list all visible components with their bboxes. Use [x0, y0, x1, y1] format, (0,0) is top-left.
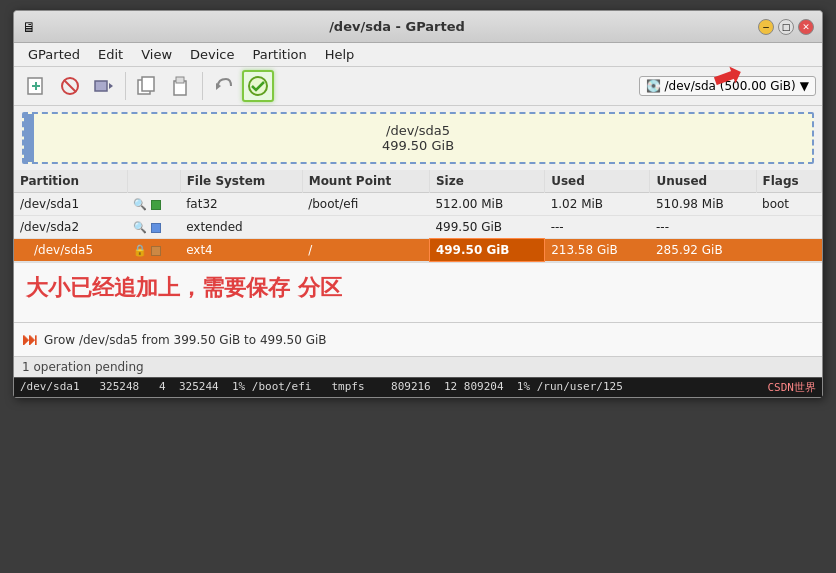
cell-used: --- [545, 216, 650, 239]
cell-fs: extended [180, 216, 302, 239]
operations-log: ⏭ Grow /dev/sda5 from 399.50 GiB to 499.… [14, 322, 822, 356]
menu-edit[interactable]: Edit [90, 45, 131, 64]
cell-lock: 🔍 [127, 193, 180, 216]
col-filesystem: File System [180, 170, 302, 193]
toolbar-separator-2 [202, 72, 203, 100]
cell-flags [756, 239, 821, 262]
titlebar-controls: − □ ✕ [758, 19, 814, 35]
apply-button[interactable] [242, 70, 274, 102]
resize-button[interactable] [88, 70, 120, 102]
partition-label-name: /dev/sda5 [382, 123, 454, 138]
col-used: Used [545, 170, 650, 193]
device-label: /dev/sda (500.00 GiB) [665, 79, 796, 93]
col-unused: Unused [650, 170, 756, 193]
cell-flags: boot [756, 193, 821, 216]
cell-mount: / [302, 239, 429, 262]
menu-help[interactable]: Help [317, 45, 363, 64]
terminal-strip: /dev/sda1 325248 4 325244 1% /boot/efi t… [14, 377, 822, 397]
copy-button[interactable] [131, 70, 163, 102]
minimize-button[interactable]: − [758, 19, 774, 35]
cell-fs: fat32 [180, 193, 302, 216]
partition-label: /dev/sda5 499.50 GiB [382, 123, 454, 153]
cell-size: 499.50 GiB [429, 216, 544, 239]
cell-unused: 510.98 MiB [650, 193, 756, 216]
info-text: 大小已经追加上，需要保存 分区 [26, 275, 342, 300]
main-window: 🖥 /dev/sda - GParted − □ ✕ GParted Edit … [13, 10, 823, 398]
menu-view[interactable]: View [133, 45, 180, 64]
cell-used: 1.02 MiB [545, 193, 650, 216]
cell-flags [756, 216, 821, 239]
cell-name: /dev/sda2 [14, 216, 127, 239]
cell-size: 499.50 GiB [429, 239, 544, 262]
svg-rect-8 [142, 77, 154, 91]
device-dropdown-icon: ▼ [800, 79, 809, 93]
col-flags: Flags [756, 170, 821, 193]
partition-bar-left [24, 114, 34, 162]
maximize-button[interactable]: □ [778, 19, 794, 35]
partition-table-container: Partition File System Mount Point Size U… [14, 170, 822, 262]
ops-log-text-1: Grow /dev/sda5 from 399.50 GiB to 499.50… [44, 333, 327, 347]
info-area: 大小已经追加上，需要保存 分区 [14, 262, 822, 322]
cell-lock: 🔍 [127, 216, 180, 239]
partition-label-size: 499.50 GiB [382, 138, 454, 153]
col-mountpoint: Mount Point [302, 170, 429, 193]
svg-marker-6 [109, 83, 113, 89]
cell-mount: /boot/efi [302, 193, 429, 216]
col-partition: Partition [14, 170, 127, 193]
delete-button[interactable] [54, 70, 86, 102]
titlebar-left: 🖥 [22, 19, 36, 35]
svg-line-4 [64, 80, 76, 92]
toolbar-wrapper: 💽 /dev/sda (500.00 GiB) ▼ ➡ [14, 67, 822, 106]
status-text: 1 operation pending [22, 360, 144, 374]
toolbar: 💽 /dev/sda (500.00 GiB) ▼ [14, 67, 822, 106]
cell-used: 213.58 GiB [545, 239, 650, 262]
table-row[interactable]: /dev/sda1🔍 fat32/boot/efi512.00 MiB1.02 … [14, 193, 822, 216]
terminal-branding: CSDN世界 [768, 380, 817, 395]
statusbar: 1 operation pending [14, 356, 822, 377]
cell-name: /dev/sda5 [14, 239, 127, 262]
col-icons [127, 170, 180, 193]
menu-gparted[interactable]: GParted [20, 45, 88, 64]
window-title: /dev/sda - GParted [36, 19, 758, 34]
titlebar: 🖥 /dev/sda - GParted − □ ✕ [14, 11, 822, 43]
new-button[interactable] [20, 70, 52, 102]
ops-log-item-1: ⏭ Grow /dev/sda5 from 399.50 GiB to 499.… [22, 327, 814, 352]
table-row[interactable]: /dev/sda2🔍 extended499.50 GiB------ [14, 216, 822, 239]
cell-mount [302, 216, 429, 239]
cell-unused: 285.92 GiB [650, 239, 756, 262]
cell-fs: ext4 [180, 239, 302, 262]
cell-lock: 🔒 [127, 239, 180, 262]
partition-visual: /dev/sda5 499.50 GiB [22, 112, 814, 164]
menu-device[interactable]: Device [182, 45, 242, 64]
device-icon: 💽 [646, 79, 661, 93]
svg-point-12 [249, 77, 267, 95]
col-size: Size [429, 170, 544, 193]
device-selector[interactable]: 💽 /dev/sda (500.00 GiB) ▼ [639, 76, 817, 96]
cell-name: /dev/sda1 [14, 193, 127, 216]
terminal-row-1: /dev/sda1 325248 4 325244 1% /boot/efi [20, 380, 311, 395]
table-row[interactable]: /dev/sda5🔒 ext4/499.50 GiB213.58 GiB285.… [14, 239, 822, 262]
paste-button[interactable] [165, 70, 197, 102]
partition-table: Partition File System Mount Point Size U… [14, 170, 822, 262]
terminal-row-2: tmpfs 809216 12 809204 1% /run/user/125 [331, 380, 622, 395]
cell-size: 512.00 MiB [429, 193, 544, 216]
svg-rect-5 [95, 81, 107, 91]
undo-button[interactable] [208, 70, 240, 102]
toolbar-separator-1 [125, 72, 126, 100]
menubar: GParted Edit View Device Partition Help [14, 43, 822, 67]
ops-arrow-icon: ⏭ [22, 330, 38, 349]
svg-rect-10 [176, 77, 184, 83]
menu-partition[interactable]: Partition [245, 45, 315, 64]
close-button[interactable]: ✕ [798, 19, 814, 35]
cell-unused: --- [650, 216, 756, 239]
table-header-row: Partition File System Mount Point Size U… [14, 170, 822, 193]
